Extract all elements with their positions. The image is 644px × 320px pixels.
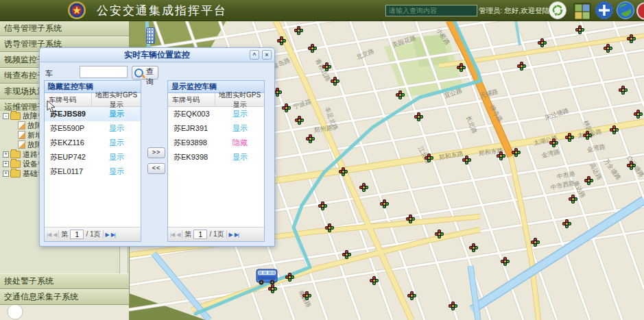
move-right-button[interactable]: >> (147, 147, 165, 158)
search-button[interactable]: 查询 (132, 66, 158, 79)
recycle-icon[interactable] (549, 1, 567, 19)
traffic-light-icon[interactable] (565, 133, 574, 142)
gps-toggle-link[interactable]: 隐藏 (232, 138, 248, 147)
traffic-light-icon[interactable] (318, 201, 327, 210)
tree-expander-icon[interactable]: + (3, 151, 9, 158)
gps-toggle-link[interactable]: 显示 (232, 153, 248, 161)
page-first-icon[interactable]: |◀ (47, 232, 51, 238)
traffic-light-icon[interactable] (370, 276, 379, 285)
traffic-light-icon[interactable] (538, 38, 547, 47)
page-number-input[interactable] (70, 230, 84, 239)
sidebar-collapse-handle[interactable] (146, 27, 155, 44)
traffic-light-icon[interactable] (306, 134, 315, 143)
traffic-light-icon[interactable] (627, 34, 636, 43)
traffic-light-icon[interactable] (469, 243, 478, 252)
sidebar-bottom-item-1[interactable]: 交通信息采集子系统 (0, 289, 129, 305)
traffic-light-icon[interactable] (277, 36, 286, 45)
traffic-light-icon[interactable] (295, 116, 304, 125)
gps-toggle-link[interactable]: 显示 (109, 167, 124, 175)
sidebar-bottom-menu: 接处警子系统交通信息采集子系统 (0, 273, 129, 305)
dialog-close-icon[interactable]: × (262, 50, 272, 60)
traffic-light-icon[interactable] (325, 223, 334, 232)
traffic-light-icon[interactable] (497, 151, 505, 160)
traffic-light-icon[interactable] (285, 273, 294, 282)
page-next-icon[interactable]: ▶ (229, 232, 232, 238)
traffic-light-icon[interactable] (604, 44, 612, 53)
table-row[interactable]: 苏EL0117显示 (45, 164, 141, 179)
traffic-light-icon[interactable] (462, 156, 471, 164)
traffic-light-icon[interactable] (512, 148, 521, 157)
traffic-light-icon[interactable] (342, 250, 351, 259)
traffic-light-icon[interactable] (575, 25, 584, 34)
plate-number-input[interactable] (80, 66, 128, 78)
column-header-gps[interactable]: 地图实时GPS显示 (215, 90, 264, 110)
gps-toggle-link[interactable]: 显示 (109, 153, 124, 161)
traffic-light-icon[interactable] (406, 214, 415, 223)
tree-expander-icon[interactable]: + (3, 161, 9, 167)
traffic-light-icon[interactable] (302, 291, 311, 300)
page-prev-icon[interactable]: ◀ (53, 232, 56, 238)
traffic-light-icon[interactable] (449, 301, 457, 310)
gps-toggle-link[interactable]: 显示 (109, 138, 124, 147)
global-search-input[interactable] (385, 5, 477, 16)
table-row[interactable]: 苏EQK003显示 (168, 107, 264, 121)
traffic-light-icon[interactable] (414, 112, 423, 121)
dialog-collapse-icon[interactable]: ^ (250, 50, 259, 60)
traffic-light-icon[interactable] (435, 230, 444, 238)
page-number-input[interactable] (193, 230, 207, 239)
table-row[interactable]: 苏E5590P显示 (45, 121, 141, 136)
page-next-icon[interactable]: ▶ (106, 232, 109, 238)
table-row[interactable]: 苏EK9398显示 (168, 150, 264, 164)
column-header-gps[interactable]: 地图实时GPS显示 (92, 90, 141, 110)
page-first-icon[interactable]: |◀ (170, 232, 174, 238)
traffic-light-icon[interactable] (407, 291, 416, 300)
traffic-light-icon[interactable] (619, 86, 628, 95)
gps-toggle-link[interactable]: 显示 (109, 124, 124, 132)
table-row[interactable]: 苏EJR391显示 (168, 121, 264, 136)
globe-icon[interactable] (617, 1, 634, 19)
traffic-light-icon[interactable] (359, 183, 368, 192)
table-row[interactable]: 苏E93898隐藏 (168, 136, 264, 150)
table-row[interactable]: 苏EJBS89显示 (45, 107, 141, 121)
tree-expander-icon[interactable]: + (3, 171, 9, 177)
traffic-light-icon[interactable] (634, 110, 643, 119)
traffic-light-icon[interactable] (457, 63, 466, 72)
page-last-icon[interactable]: ▶| (111, 232, 115, 238)
table-row[interactable]: 苏EUP742显示 (45, 150, 141, 164)
traffic-light-icon[interactable] (282, 103, 291, 112)
sidebar-bottom-item-0[interactable]: 接处警子系统 (0, 273, 129, 289)
traffic-light-icon[interactable] (501, 257, 510, 266)
move-left-button[interactable]: << (147, 163, 165, 174)
traffic-light-icon[interactable] (562, 219, 571, 228)
page-last-icon[interactable]: ▶| (235, 232, 239, 238)
traffic-light-icon[interactable] (549, 138, 558, 147)
column-header-plate[interactable]: 车牌号码 (168, 93, 215, 106)
gps-toggle-link[interactable]: 显示 (232, 124, 248, 132)
gps-toggle-link[interactable]: 显示 (232, 110, 248, 118)
traffic-light-icon[interactable] (380, 199, 389, 208)
traffic-light-icon[interactable] (322, 62, 331, 71)
alert-icon[interactable] (636, 2, 644, 20)
traffic-light-icon[interactable] (425, 153, 433, 162)
traffic-light-icon[interactable] (308, 44, 317, 53)
plus-icon[interactable] (595, 1, 613, 19)
traffic-light-icon[interactable] (331, 77, 339, 86)
traffic-light-icon[interactable] (339, 167, 348, 176)
traffic-light-icon[interactable] (396, 90, 405, 99)
map-tiles-icon[interactable] (573, 3, 591, 21)
traffic-light-icon[interactable] (531, 238, 540, 247)
tree-expander-icon[interactable]: - (3, 113, 9, 119)
traffic-light-icon[interactable] (569, 195, 577, 204)
traffic-light-icon[interactable] (584, 176, 593, 185)
page-prev-icon[interactable]: ◀ (176, 232, 180, 238)
traffic-light-icon[interactable] (610, 125, 619, 134)
traffic-light-icon[interactable] (627, 161, 636, 170)
traffic-light-icon[interactable] (517, 62, 526, 71)
dialog-titlebar[interactable]: 实时车辆位置监控 ^ × (40, 48, 274, 62)
gps-toggle-link[interactable]: 显示 (109, 110, 124, 118)
column-header-plate[interactable]: 车牌号码 (45, 93, 92, 106)
traffic-light-icon[interactable] (583, 131, 592, 140)
traffic-light-icon[interactable] (294, 26, 303, 35)
sidebar-item-0[interactable]: 信号管理子系统 (0, 21, 129, 36)
table-row[interactable]: 苏EKZ116显示 (45, 136, 141, 150)
